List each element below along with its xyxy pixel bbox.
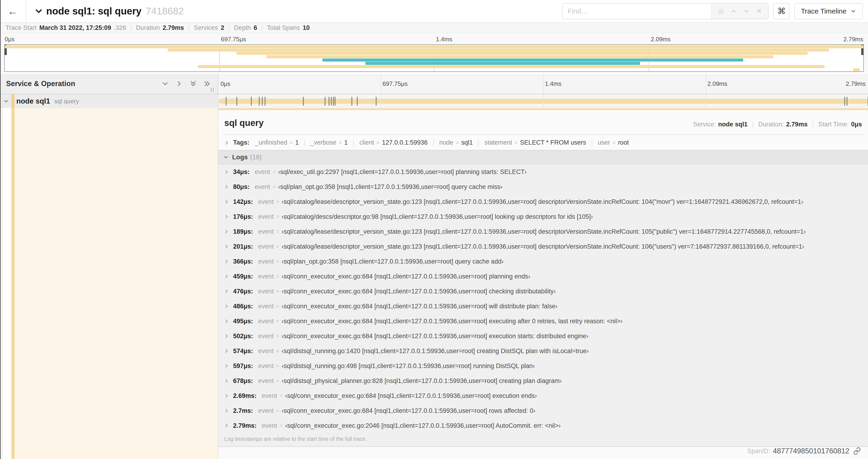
tag-key: node [439, 139, 453, 146]
meta-value: March 31 2022, 17:25:09 [39, 24, 111, 31]
log-field-value: ‹sql/catalog/descs/descriptor.go:98 [nsq… [282, 213, 593, 220]
log-row[interactable]: 502μs:event=‹sql/conn_executor_exec.go:6… [218, 329, 868, 343]
ruler-tick-label: 2.09ms [651, 36, 671, 43]
tag-item: _unfinished=1 [255, 139, 299, 146]
log-timestamp: 2.7ms: [233, 407, 253, 415]
span-row[interactable]: node sql1 sql query [0, 94, 868, 108]
log-field-key: event [258, 348, 274, 355]
ruler-tick-label: 1.4ms [436, 36, 453, 43]
link-icon[interactable] [853, 447, 861, 455]
clear-icon[interactable]: ✕ [756, 8, 762, 15]
detail-row-highlight [14, 108, 218, 459]
collapse-all-double-chevron-down-icon[interactable] [189, 80, 197, 88]
chevron-right-icon [224, 289, 229, 294]
log-field-value: ‹sql/plan_opt.go:358 [nsql1,client=127.0… [282, 258, 504, 265]
detail-header: sql query Service:node sql1Duration:2.79… [218, 110, 868, 134]
trace-title: node sql1: sql query [46, 6, 142, 17]
log-rows: 34μs:event=‹sql/exec_util.go:2297 [nsql1… [218, 164, 868, 433]
log-row[interactable]: 495μs:event=‹sql/conn_executor_exec.go:6… [218, 314, 868, 329]
log-row[interactable]: 2.69ms:event=‹sql/conn_executor_exec.go:… [218, 388, 868, 403]
log-timestamp: 502μs: [233, 333, 253, 340]
chevron-right-icon [224, 259, 229, 264]
log-timestamp: 189μs: [233, 228, 253, 235]
log-field-key: event [258, 243, 274, 250]
equals-sign: = [276, 378, 279, 384]
view-selector-button[interactable]: Trace Timeline [794, 3, 863, 19]
log-marker-tick [376, 97, 376, 106]
span-bar-cell[interactable] [218, 94, 868, 108]
log-timestamp: 142μs: [233, 198, 253, 205]
log-field-key: event [258, 258, 274, 265]
minimap-span-bar [853, 68, 860, 71]
find-prev-chevron-up-icon[interactable] [730, 8, 737, 15]
log-field-value: ‹sql/conn_executor_exec.go:684 [nsql1,cl… [282, 318, 623, 325]
chevron-right-icon [224, 393, 229, 399]
log-timestamp: 176μs: [233, 213, 253, 220]
meta-label: Depth [234, 24, 251, 31]
logs-note: Log timestamps are relative to the start… [218, 433, 868, 447]
log-row[interactable]: 597μs:event=‹sql/distsql_running.go:498 … [218, 358, 868, 373]
log-marker-tick [325, 97, 326, 106]
span-row-name-cell[interactable]: node sql1 sql query [0, 94, 218, 108]
log-row[interactable]: 2.7ms:event=‹sql/conn_executor_exec.go:6… [218, 403, 868, 418]
log-row[interactable]: 574μs:event=‹sql/distsql_running.go:1420… [218, 343, 868, 358]
log-timestamp: 495μs: [233, 318, 253, 325]
expand-one-chevron-right-icon[interactable] [175, 80, 183, 88]
log-row[interactable]: 678μs:event=‹sql/distsql_physical_planne… [218, 373, 868, 388]
equals-sign: = [276, 243, 279, 250]
ruler-tick-label: 0μs [5, 36, 14, 43]
back-button[interactable]: ← [0, 0, 26, 22]
log-row[interactable]: 176μs:event=‹sql/catalog/descs/descripto… [218, 209, 868, 224]
separator [353, 139, 354, 146]
log-field-value: ‹sql/catalog/lease/descriptor_version_st… [282, 198, 803, 205]
tag-value: 127.0.0.1:59936 [382, 139, 428, 146]
tag-item: statement=SELECT * FROM users [485, 139, 586, 146]
window-edge [0, 0, 1, 459]
ruler-tick-label: 0μs [220, 80, 230, 88]
top-controls: ◎ ✕ ⌘ Trace Timeline [562, 3, 863, 19]
log-field-value: ‹sql/catalog/lease/descriptor_version_st… [282, 243, 804, 250]
log-row[interactable]: 189μs:event=‹sql/catalog/lease/descripto… [218, 224, 868, 239]
span-accent-bar [218, 108, 868, 110]
log-row[interactable]: 142μs:event=‹sql/catalog/lease/descripto… [218, 194, 868, 209]
log-row[interactable]: 201μs:event=‹sql/catalog/lease/descripto… [218, 239, 868, 254]
log-row[interactable]: 80μs:event=‹sql/plan_opt.go:358 [nsql1,c… [218, 179, 868, 194]
log-field-key: event [258, 318, 274, 325]
log-row[interactable]: 366μs:event=‹sql/plan_opt.go:358 [nsql1,… [218, 254, 868, 269]
meta-value: 2.79ms [163, 24, 184, 31]
log-row[interactable]: 459μs:event=‹sql/conn_executor_exec.go:6… [218, 269, 868, 284]
span-collapse-chevron[interactable] [3, 98, 9, 104]
tags-row[interactable]: Tags: _unfinished=1_verbose=1client=127.… [218, 135, 868, 150]
expand-all-double-chevron-right-icon[interactable] [203, 80, 211, 88]
locate-icon[interactable]: ◎ [718, 8, 724, 15]
log-row[interactable]: 2.79ms:event=‹sql/conn_executor_exec.go:… [218, 418, 868, 433]
tag-key: user [598, 139, 610, 146]
find-next-chevron-down-icon[interactable] [743, 8, 750, 15]
view-selector-label: Trace Timeline [801, 7, 846, 15]
tag-value: 1 [344, 139, 348, 146]
trace-collapse-chevron[interactable] [34, 6, 43, 16]
meta-label: Total Spans [267, 24, 300, 31]
log-row[interactable]: 486μs:event=‹sql/conn_executor_exec.go:6… [218, 299, 868, 314]
log-field-key: event [262, 392, 277, 399]
column-resizer[interactable] [211, 88, 214, 92]
minimap-span-bar [267, 55, 773, 58]
separator [753, 121, 753, 128]
log-marker-tick [259, 97, 259, 106]
log-field-value: ‹sql/conn_executor_exec.go:684 [nsql1,cl… [282, 273, 530, 280]
equals-sign: = [515, 139, 518, 146]
keyboard-shortcuts-button[interactable]: ⌘ [773, 3, 789, 19]
log-row[interactable]: 34μs:event=‹sql/exec_util.go:2297 [nsql1… [218, 164, 868, 179]
find-input[interactable] [562, 3, 711, 19]
tag-key: _verbose [310, 139, 336, 146]
grid-header: Service & Operation 0μs697.75μs1.4ms2.09… [0, 74, 868, 94]
equals-sign: = [276, 407, 279, 414]
back-arrow-icon: ← [7, 5, 18, 18]
tag-key: statement [485, 139, 512, 146]
chevron-right-icon [224, 333, 229, 339]
log-field-value: ‹sql/conn_executor_exec.go:684 [nsql1,cl… [282, 333, 588, 340]
timeline-minimap[interactable] [4, 44, 864, 72]
collapse-one-chevron-down-icon[interactable] [161, 80, 169, 88]
log-row[interactable]: 476μs:event=‹sql/conn_executor_exec.go:6… [218, 284, 868, 299]
logs-header[interactable]: Logs (18) [218, 151, 868, 164]
